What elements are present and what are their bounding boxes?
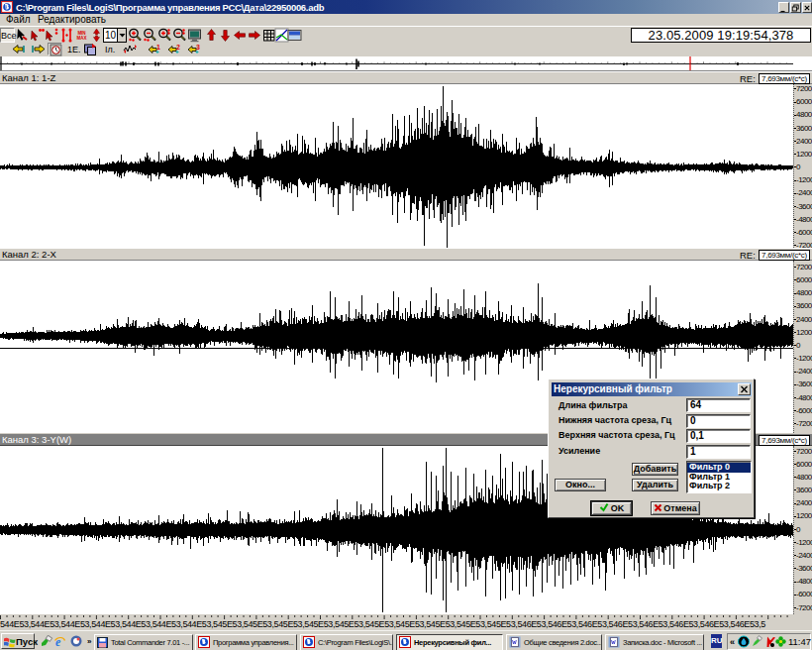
svg-text:MAX: MAX (77, 36, 87, 41)
svg-text:1Е.: 1Е. (67, 45, 81, 54)
svg-text:»: » (87, 637, 92, 646)
svg-text:«: « (730, 637, 735, 647)
svg-text:MIN: MIN (77, 31, 85, 36)
svg-text:1: 1 (156, 44, 160, 51)
svg-text:3: 3 (196, 44, 200, 51)
svg-text:2: 2 (176, 44, 180, 51)
svg-text:Iл.: Iл. (105, 45, 115, 54)
